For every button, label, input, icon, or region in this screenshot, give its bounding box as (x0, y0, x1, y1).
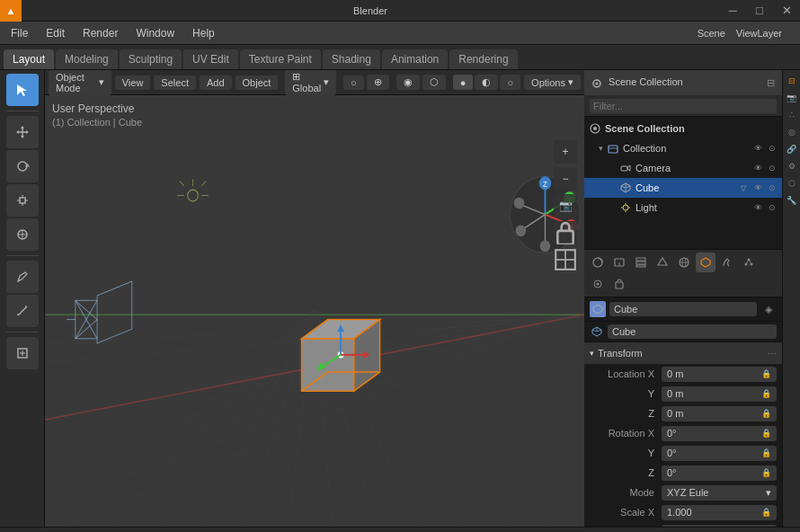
tab-modeling[interactable]: Modeling (56, 49, 118, 69)
tool-scale[interactable] (6, 184, 39, 217)
tab-shading[interactable]: Shading (323, 49, 380, 69)
object-name-input[interactable] (609, 302, 757, 316)
scale-y-value[interactable]: 1.000 🔒 (662, 525, 777, 528)
collection-eye-icon[interactable]: 👁 (751, 142, 764, 155)
location-z-value[interactable]: 0 m 🔒 (662, 406, 777, 421)
ri-icon-modifier[interactable]: ⚙ (785, 159, 799, 173)
location-x-lock[interactable]: 🔒 (761, 369, 771, 378)
snap-toggle[interactable]: ⊕ (367, 75, 389, 90)
outliner-search-input[interactable] (590, 99, 777, 113)
object-mode-dropdown[interactable]: Object Mode ▾ (49, 70, 111, 95)
ri-icon-particles[interactable]: ∴ (785, 108, 799, 122)
menu-window[interactable]: Window (129, 25, 182, 41)
prop-icon-particles[interactable] (739, 253, 759, 272)
menu-help[interactable]: Help (185, 25, 222, 41)
tool-rotate[interactable] (6, 150, 39, 182)
transform-section-header[interactable]: ▾ Transform ⋯ (584, 342, 782, 364)
prop-icon-view-layer[interactable] (631, 253, 651, 272)
tree-item-scene-collection[interactable]: Scene Collection (584, 119, 782, 138)
zoom-in-btn[interactable]: + (554, 140, 577, 164)
menu-file[interactable]: File (4, 25, 35, 41)
rotation-x-value[interactable]: 0° 🔒 (662, 426, 777, 441)
location-y-value[interactable]: 0 m 🔒 (662, 386, 777, 402)
light-eye-icon[interactable]: 👁 (751, 201, 764, 214)
tab-sculpting[interactable]: Sculpting (120, 49, 182, 69)
prop-icon-constraints[interactable] (609, 274, 629, 294)
tab-texture-paint[interactable]: Texture Paint (240, 49, 321, 69)
scale-x-value[interactable]: 1.000 🔒 (662, 505, 777, 520)
prop-icon-physics[interactable] (588, 274, 608, 294)
menu-render[interactable]: Render (76, 25, 125, 41)
rotation-z-value[interactable]: 0° 🔒 (662, 466, 777, 481)
view-grid-btn[interactable] (554, 248, 577, 271)
view-lock-btn[interactable] (554, 221, 577, 244)
mesh-name-input[interactable] (608, 324, 777, 339)
view-menu[interactable]: View (115, 75, 151, 90)
xray-toggle[interactable]: ⬡ (422, 75, 446, 90)
light-select-icon[interactable]: ⊙ (766, 201, 778, 214)
tree-item-light[interactable]: ▸ Light 👁 ⊙ (584, 198, 782, 217)
tab-rendering[interactable]: Rendering (449, 49, 517, 69)
object-menu[interactable]: Object (236, 75, 279, 90)
cube-select-icon[interactable]: ⊙ (766, 182, 778, 194)
minimize-button[interactable]: ─ (719, 0, 746, 22)
tool-transform[interactable] (6, 218, 39, 251)
tree-item-collection[interactable]: ▾ Collection 👁 ⊙ (584, 138, 782, 158)
options-menu[interactable]: Options ▾ (524, 75, 581, 90)
tool-move[interactable] (6, 116, 39, 148)
ri-icon-tool[interactable]: 🔧 (785, 193, 799, 208)
rotation-x-lock[interactable]: 🔒 (761, 429, 771, 438)
collection-select-icon[interactable]: ⊙ (766, 142, 778, 155)
svg-marker-61 (301, 339, 353, 391)
prop-icon-output[interactable] (609, 253, 629, 272)
camera-eye-icon[interactable]: 👁 (751, 162, 764, 174)
menu-edit[interactable]: Edit (39, 25, 72, 41)
ri-icon-camera[interactable]: 📷 (785, 91, 799, 105)
outliner-filter-btn[interactable]: ⊟ (767, 77, 775, 89)
location-y-lock[interactable]: 🔒 (761, 389, 771, 398)
ri-icon-filter[interactable]: ⊟ (785, 74, 799, 88)
tool-measure[interactable] (6, 295, 39, 327)
pin-button[interactable]: ◈ (760, 301, 777, 317)
transform-global[interactable]: ⊞ Global ▾ (285, 70, 336, 95)
tool-annotate[interactable] (6, 261, 39, 293)
prop-icon-world[interactable] (674, 253, 694, 272)
material-shading[interactable]: ◐ (475, 75, 498, 90)
scale-x-lock[interactable]: 🔒 (761, 508, 771, 517)
zoom-out-btn[interactable]: − (554, 167, 577, 191)
tab-uv-edit[interactable]: UV Edit (183, 49, 238, 69)
ri-icon-constraints[interactable]: 🔗 (785, 142, 799, 156)
prop-icon-modifier[interactable] (717, 253, 737, 272)
tool-select[interactable] (6, 74, 39, 106)
tree-item-camera[interactable]: ▸ Camera 👁 ⊙ (584, 158, 782, 178)
location-x-value[interactable]: 0 m 🔒 (662, 367, 777, 382)
rotation-z-lock[interactable]: 🔒 (761, 468, 771, 477)
view-camera-btn[interactable]: 📷 (554, 194, 577, 217)
prop-icon-object[interactable] (696, 253, 716, 272)
rendered-shading[interactable]: ○ (500, 75, 520, 90)
tree-item-cube[interactable]: ▸ Cube ▽ 👁 ⊙ (584, 178, 782, 198)
viewport-3d[interactable]: Object Mode ▾ View Select Add Object ⊞ G… (45, 70, 584, 527)
prop-icon-render[interactable] (588, 253, 608, 272)
overlay-toggle[interactable]: ◉ (396, 75, 420, 90)
tab-layout[interactable]: Layout (4, 49, 54, 69)
prop-icon-scene[interactable] (653, 253, 672, 272)
ri-icon-physics[interactable]: ◎ (785, 125, 799, 139)
tab-animation[interactable]: Animation (382, 49, 448, 69)
maximize-button[interactable]: □ (746, 0, 773, 22)
select-menu[interactable]: Select (154, 75, 196, 90)
transform-options-icon[interactable]: ⋯ (768, 349, 777, 359)
camera-select-icon[interactable]: ⊙ (766, 162, 778, 174)
rotation-y-lock[interactable]: 🔒 (761, 448, 771, 457)
ri-icon-data[interactable]: ⬡ (785, 176, 799, 191)
add-menu[interactable]: Add (200, 75, 232, 90)
rotation-mode-select[interactable]: XYZ Eule ▾ (662, 485, 777, 501)
cube-eye-icon[interactable]: 👁 (751, 182, 764, 194)
rotation-y-value[interactable]: 0° 🔒 (662, 446, 777, 461)
viewport-canvas[interactable]: Z Y X (45, 95, 584, 527)
solid-shading[interactable]: ● (453, 75, 474, 90)
tool-add-cube[interactable] (6, 337, 39, 369)
close-button[interactable]: ✕ (773, 0, 800, 22)
location-z-lock[interactable]: 🔒 (761, 409, 771, 418)
proportional-edit[interactable]: ○ (343, 75, 364, 90)
